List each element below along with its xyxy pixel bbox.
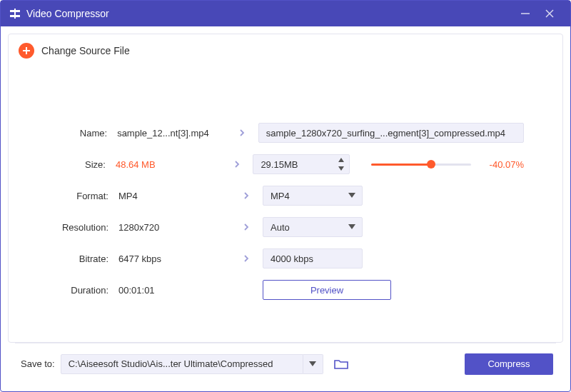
size-output-stepper[interactable]: 29.15MB [253, 154, 349, 174]
bitrate-output: 4000 kbps [263, 248, 363, 268]
row-size: Size: 48.64 MB 29.15MB [47, 149, 524, 180]
row-bitrate: Bitrate: 6477 kbps 4000 kbps [47, 243, 524, 274]
size-percent: -40.07% [490, 159, 524, 170]
chevron-right-icon [230, 191, 263, 200]
titlebar[interactable]: Video Compressor [1, 1, 570, 26]
chevron-right-icon [222, 160, 253, 169]
format-select[interactable]: MP4 [263, 186, 363, 206]
label-format: Format: [47, 191, 118, 201]
slider-thumb[interactable] [427, 160, 435, 169]
duration-value: 00:01:01 [118, 285, 230, 296]
row-name: Name: sample_12...nt[3].mp4 sample_1280x… [47, 117, 524, 149]
svg-marker-8 [338, 158, 344, 162]
label-size: Size: [47, 159, 116, 170]
label-name: Name: [47, 128, 117, 139]
row-format: Format: MP4 MP4 [47, 180, 524, 211]
caret-down-icon [346, 186, 358, 205]
window: Video Compressor Change Source File Name… [0, 0, 571, 392]
save-to-label: Save to: [21, 358, 55, 369]
chevron-right-icon [226, 129, 258, 137]
size-slider[interactable] [371, 157, 471, 171]
window-title: Video Compressor [26, 8, 109, 19]
caret-down-icon [346, 218, 358, 236]
svg-marker-11 [348, 224, 355, 229]
main-panel: Change Source File Name: sample_12...nt[… [8, 34, 563, 343]
form: Name: sample_12...nt[3].mp4 sample_1280x… [9, 67, 562, 306]
label-bitrate: Bitrate: [47, 253, 118, 264]
resolution-select[interactable]: Auto [263, 217, 363, 237]
save-path-field[interactable]: C:\Aiseesoft Studio\Ais...ter Ultimate\C… [61, 354, 303, 374]
change-source-label: Change Source File [41, 45, 130, 56]
size-source: 48.64 MB [116, 159, 222, 170]
close-button[interactable] [537, 1, 562, 26]
add-icon [19, 43, 34, 59]
svg-marker-9 [338, 166, 344, 171]
bitrate-source: 6477 kbps [118, 253, 230, 264]
chevron-right-icon [230, 223, 263, 231]
row-resolution: Resolution: 1280x720 Auto [47, 211, 524, 243]
name-source: sample_12...nt[3].mp4 [117, 128, 226, 139]
label-resolution: Resolution: [47, 222, 118, 233]
save-path-dropdown[interactable] [303, 354, 323, 374]
minimize-button[interactable] [513, 1, 537, 26]
chevron-right-icon [230, 254, 263, 263]
row-duration: Duration: 00:01:01 Preview [47, 274, 524, 306]
stepper-down-icon[interactable] [335, 164, 348, 173]
preview-button[interactable]: Preview [263, 280, 391, 300]
stepper-up-icon[interactable] [335, 156, 348, 164]
resolution-source: 1280x720 [118, 222, 230, 233]
svg-marker-10 [348, 193, 355, 198]
compress-button[interactable]: Compress [465, 353, 553, 375]
change-source-row[interactable]: Change Source File [9, 34, 562, 67]
open-folder-button[interactable] [332, 355, 350, 373]
name-output-input[interactable]: sample_1280x720_surfing_...egment[3]_com… [258, 123, 524, 143]
svg-marker-12 [309, 361, 316, 366]
svg-rect-2 [14, 9, 16, 19]
footer: Save to: C:\Aiseesoft Studio\Ais...ter U… [15, 343, 556, 384]
app-logo-icon [9, 8, 21, 19]
format-source: MP4 [118, 191, 230, 201]
label-duration: Duration: [47, 285, 118, 296]
